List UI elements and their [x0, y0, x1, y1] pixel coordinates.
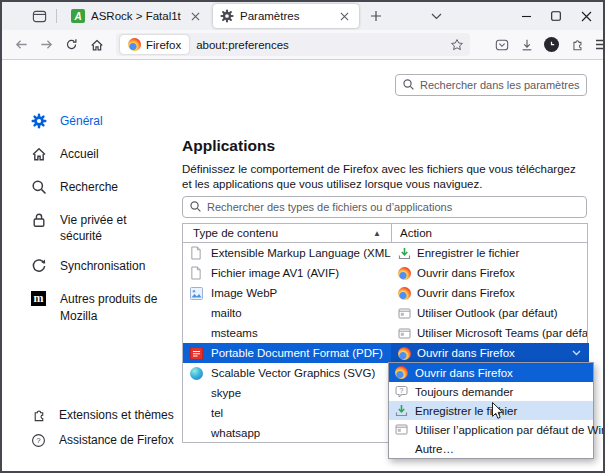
pocket-button[interactable]: [490, 34, 513, 56]
chevron-down-icon: [431, 13, 442, 20]
page-title: Applications: [182, 137, 275, 155]
tab-separator: [56, 9, 57, 23]
settings-search-input[interactable]: [395, 74, 587, 96]
extensions-button[interactable]: [565, 34, 588, 56]
navigation-toolbar: Firefox about:preferences: [2, 30, 603, 60]
table-row[interactable]: Extensible Markup Language (XML) Enregis…: [183, 243, 587, 263]
document-icon: [189, 266, 203, 280]
always-ask-icon: ?: [395, 385, 408, 398]
reload-icon: [65, 38, 78, 51]
menu-item-use-windows-default[interactable]: Utiliser l’application par défaut de Win…: [389, 420, 593, 439]
maximize-button[interactable]: [541, 2, 571, 30]
reload-button[interactable]: [60, 34, 83, 56]
extension-button[interactable]: [540, 34, 563, 56]
sort-ascending-icon: ▲: [373, 229, 381, 238]
svg-text:?: ?: [400, 387, 404, 394]
pocket-icon: [495, 38, 509, 52]
downloads-button[interactable]: [515, 34, 538, 56]
list-all-tabs-button[interactable]: [423, 4, 449, 28]
sidebar-item-extensions[interactable]: Extensions et thèmes: [30, 407, 174, 423]
sidebar-item-home[interactable]: Accueil: [30, 144, 180, 165]
url-bar[interactable]: Firefox about:preferences: [116, 33, 470, 56]
image-file-icon: [189, 286, 203, 300]
tab-asrock[interactable]: A ASRock > Fatal1ty Z270 Gaming: [64, 4, 210, 28]
app-window-icon: [395, 423, 408, 436]
site-identity-chip[interactable]: Firefox: [120, 35, 189, 54]
url-text: about:preferences: [196, 39, 443, 51]
preferences-page: Général Accueil Recherche Vie privée et …: [2, 61, 603, 471]
minimize-button[interactable]: [511, 2, 541, 30]
action-select-open[interactable]: Ouvrir dans Firefox: [391, 343, 589, 363]
menu-item-save-file[interactable]: Enregistrer le fichier: [389, 401, 593, 420]
sidebar-item-support[interactable]: ? Assistance de Firefox: [30, 432, 174, 448]
firefox-window: A ASRock > Fatal1ty Z270 Gaming Paramètr…: [0, 0, 605, 473]
table-row[interactable]: mailto Utiliser Outlook (par défaut): [183, 303, 587, 323]
save-file-icon: [397, 246, 411, 260]
download-icon: [520, 38, 534, 52]
sidebar-item-general[interactable]: Général: [30, 111, 180, 132]
lock-icon: [30, 211, 47, 228]
firefox-icon: [397, 286, 411, 300]
puzzle-icon: [570, 38, 584, 52]
puzzle-icon: [30, 407, 46, 423]
bookmark-star-icon[interactable]: [450, 38, 464, 52]
extension-icon: [544, 37, 559, 52]
asrock-favicon: A: [71, 9, 85, 23]
menu-button[interactable]: [590, 34, 605, 56]
help-icon: ?: [30, 432, 46, 448]
new-tab-button[interactable]: [363, 4, 389, 28]
firefox-icon: [397, 346, 411, 360]
settings-search: [395, 74, 587, 96]
section-description: Définissez le comportement de Firefox av…: [182, 162, 586, 192]
mozilla-icon: m: [31, 291, 46, 306]
menu-item-other[interactable]: Autre…: [389, 439, 593, 458]
close-tab-icon[interactable]: [187, 8, 203, 24]
table-row-selected[interactable]: Portable Document Format (PDF) Ouvrir da…: [183, 343, 587, 363]
svg-text:?: ?: [36, 436, 41, 445]
chevron-down-icon: [572, 350, 581, 356]
menu-item-open-in-firefox[interactable]: Ouvrir dans Firefox: [389, 363, 593, 382]
save-file-icon: [395, 404, 408, 417]
sync-icon: [30, 257, 47, 274]
column-header-action[interactable]: Action: [391, 224, 587, 242]
identity-label: Firefox: [146, 39, 181, 51]
sidebar-item-sync[interactable]: Synchronisation: [30, 256, 180, 277]
tab-parametres[interactable]: Paramètres: [213, 4, 359, 28]
gear-icon: [220, 9, 234, 23]
handlers-filter: [182, 196, 587, 218]
sidebar-item-mozilla-products[interactable]: m Autres produits de Mozilla: [30, 289, 180, 323]
forward-button[interactable]: [35, 34, 58, 56]
close-button[interactable]: [571, 2, 601, 30]
tab-bar: A ASRock > Fatal1ty Z270 Gaming Paramètr…: [2, 2, 603, 30]
home-icon: [30, 145, 47, 162]
tab-label: ASRock > Fatal1ty Z270 Gaming: [91, 10, 181, 22]
menu-item-always-ask[interactable]: ? Toujours demander: [389, 382, 593, 401]
home-button[interactable]: [85, 34, 108, 56]
table-row[interactable]: msteams Utiliser Microsoft Teams (par dé…: [183, 323, 587, 343]
close-tab-icon[interactable]: [336, 8, 352, 24]
firefox-icon: [395, 366, 408, 379]
table-header: Type de contenu ▲ Action: [183, 224, 587, 243]
sidebar-item-search[interactable]: Recherche: [30, 177, 180, 198]
table-row[interactable]: Image WebP Ouvrir dans Firefox: [183, 283, 587, 303]
home-icon: [90, 38, 104, 52]
action-dropdown[interactable]: Utiliser Microsoft Teams (par défaut): [391, 326, 587, 340]
document-icon: [189, 246, 203, 260]
search-icon: [30, 178, 47, 195]
pdf-file-icon: [189, 346, 203, 360]
firefox-view-button[interactable]: [26, 5, 52, 27]
sidebar-item-privacy[interactable]: Vie privée et sécurité: [30, 210, 180, 244]
table-row[interactable]: Fichier image AV1 (AVIF) Ouvrir dans Fir…: [183, 263, 587, 283]
svg-file-icon: [189, 366, 203, 380]
column-header-type[interactable]: Type de contenu ▲: [183, 224, 391, 242]
handlers-filter-input[interactable]: [182, 196, 587, 218]
hamburger-icon: [595, 39, 605, 50]
action-menu-popup: Ouvrir dans Firefox ? Toujours demander …: [388, 362, 594, 459]
action-dropdown[interactable]: Enregistrer le fichier: [391, 246, 587, 260]
action-dropdown[interactable]: Ouvrir dans Firefox: [391, 266, 587, 280]
tab-label: Paramètres: [240, 10, 330, 22]
action-dropdown[interactable]: Utiliser Outlook (par défaut): [391, 306, 587, 320]
action-dropdown[interactable]: Ouvrir dans Firefox: [391, 286, 587, 300]
back-icon: [14, 37, 29, 52]
back-button[interactable]: [10, 34, 33, 56]
